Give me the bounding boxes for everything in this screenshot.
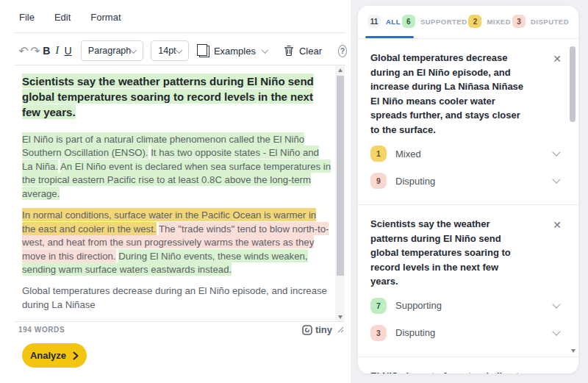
evidence-count-badge: 3 <box>370 325 387 341</box>
word-count: 194 WORDS <box>18 326 65 334</box>
analyze-button[interactable]: Analyze <box>22 343 87 368</box>
examples-dropdown[interactable]: Examples <box>214 46 268 57</box>
undo-icon[interactable]: ↶ <box>18 40 29 61</box>
font-size-select[interactable]: 14pt <box>151 40 188 61</box>
close-icon[interactable]: ✕ <box>551 218 563 232</box>
italic-button[interactable]: I <box>52 40 63 61</box>
editor-statusbar: 194 WORDS tiny <box>15 321 345 337</box>
tab-supported-count: 6 <box>402 15 415 28</box>
chevron-down-icon[interactable] <box>552 175 560 183</box>
tab-all-label: ALL <box>386 18 401 26</box>
evidence-count-badge: 7 <box>370 298 387 314</box>
bold-button[interactable]: B <box>41 40 52 61</box>
evidence-label: Disputing <box>395 327 435 338</box>
claim-text: Global temperatures decrease during an E… <box>370 51 525 137</box>
editor-paragraph: Global temperatures decrease during an E… <box>22 284 332 312</box>
menu-edit[interactable]: Edit <box>54 12 71 23</box>
paragraph-style-value: Paragraph <box>88 46 131 56</box>
trash-icon <box>284 45 294 57</box>
editor-content[interactable]: Scientists say the weather patterns duri… <box>22 65 332 321</box>
scroll-up-arrow[interactable] <box>335 65 345 74</box>
arrow-right-icon <box>73 351 79 360</box>
analyze-label: Analyze <box>30 350 66 361</box>
tab-all-count: 11 <box>368 15 381 28</box>
plain-text: Global temperatures decrease during an E… <box>22 285 327 310</box>
resize-handle[interactable] <box>337 326 344 333</box>
claim-card: El Niño is part of a natural climate phe… <box>358 357 578 374</box>
chevron-down-icon <box>262 46 269 54</box>
redo-icon[interactable]: ↷ <box>29 40 41 61</box>
claim-card: Global temperatures decrease during an E… <box>358 39 578 204</box>
claim-text: Scientists say the weather patterns duri… <box>370 217 525 289</box>
close-icon[interactable]: ✕ <box>551 51 563 66</box>
chevron-down-icon[interactable] <box>552 148 560 156</box>
chevron-down-icon[interactable] <box>552 327 560 335</box>
highlighted-text-green: Scientists say the weather patterns duri… <box>22 74 314 119</box>
claim-evidence-row[interactable]: 9Disputing <box>370 173 567 189</box>
claims-panel: 11 ALL 6 SUPPORTED 2 MIXED 3 DISPUTED Gl… <box>358 6 578 373</box>
evidence-count-badge: 1 <box>370 146 387 162</box>
menu-format[interactable]: Format <box>90 12 121 23</box>
tab-disputed[interactable]: 3 DISPUTED <box>512 15 569 28</box>
claim-card: Scientists say the weather patterns duri… <box>358 204 578 357</box>
tab-disputed-count: 3 <box>512 15 526 28</box>
menu-file[interactable]: File <box>19 12 35 23</box>
chevron-down-icon[interactable] <box>552 300 560 308</box>
tab-mixed-count: 2 <box>468 15 481 28</box>
clear-label: Clear <box>299 46 322 57</box>
tab-mixed[interactable]: 2 MIXED <box>468 15 511 28</box>
claim-evidence-row[interactable]: 3Disputing <box>370 325 567 341</box>
evidence-count-badge: 9 <box>370 173 387 189</box>
examples-label: Examples <box>214 46 256 57</box>
paragraph-style-select[interactable]: Paragraph <box>81 40 143 61</box>
chevron-down-icon <box>130 46 137 54</box>
claim-evidence-row[interactable]: 1Mixed <box>370 146 567 162</box>
copy-pages-icon[interactable] <box>199 44 207 57</box>
evidence-label: Disputing <box>395 176 435 187</box>
tiny-logo-icon <box>302 325 312 335</box>
tiny-logo[interactable]: tiny <box>302 324 332 335</box>
font-size-value: 14pt <box>158 46 176 56</box>
clear-button[interactable]: Clear <box>284 45 322 57</box>
tab-supported[interactable]: 6 SUPPORTED <box>402 15 467 28</box>
claim-text: El Niño is part of a natural climate phe… <box>370 369 525 374</box>
editor-menubar: File Edit Format <box>19 12 121 23</box>
panel-scrollbar <box>570 43 576 354</box>
claims-list: Global temperatures decrease during an E… <box>358 39 578 373</box>
claims-tabs: 11 ALL 6 SUPPORTED 2 MIXED 3 DISPUTED <box>358 6 578 37</box>
editor-toolbar: ↶ ↷ B I U Paragraph 14pt Examples Clear … <box>18 37 347 64</box>
evidence-label: Mixed <box>395 148 421 160</box>
tiny-logo-text: tiny <box>315 324 332 335</box>
editor-paragraph: In normal conditions, surface water in t… <box>22 209 332 277</box>
highlighted-text-green: An El Niño event is declared when sea su… <box>22 160 331 200</box>
scroll-down-arrow[interactable] <box>335 312 345 321</box>
scrollbar-thumb[interactable] <box>337 76 344 276</box>
editor-paragraph: El Niño is part of a natural climate phe… <box>22 132 332 201</box>
app: File Edit Format ↶ ↷ B I U Paragraph 14p… <box>0 0 588 383</box>
editor-scrollbar <box>335 65 345 321</box>
tab-supported-label: SUPPORTED <box>420 18 467 26</box>
tab-mixed-label: MIXED <box>487 18 511 26</box>
editor-heading: Scientists say the weather patterns duri… <box>22 73 332 119</box>
scroll-down-arrow[interactable] <box>571 353 576 366</box>
close-icon[interactable]: ✕ <box>551 370 563 374</box>
claim-evidence-row[interactable]: 7Supporting <box>370 298 567 314</box>
tab-all[interactable]: 11 ALL <box>368 15 401 28</box>
evidence-label: Supporting <box>395 300 442 311</box>
help-icon[interactable]: ? <box>338 45 347 57</box>
menubar-divider <box>15 32 345 33</box>
tab-disputed-label: DISPUTED <box>531 18 569 26</box>
scrollbar-thumb[interactable] <box>570 46 576 122</box>
underline-button[interactable]: U <box>62 40 74 61</box>
